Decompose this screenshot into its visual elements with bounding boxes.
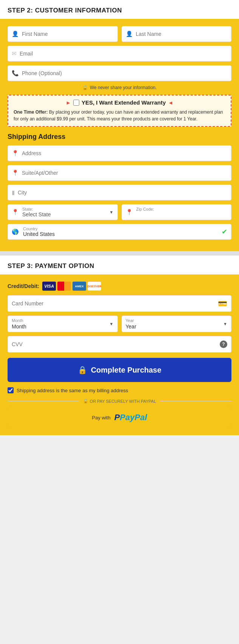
zip-location-icon: 📍 — [126, 209, 133, 216]
state-location-icon: 📍 — [12, 209, 19, 216]
phone-wrap: 📞 — [8, 65, 231, 81]
city-input[interactable] — [18, 185, 227, 200]
suite-input[interactable] — [22, 165, 227, 180]
globe-icon: 🌎 — [12, 228, 19, 235]
month-label: Month — [12, 318, 114, 323]
person-icon: 👤 — [12, 31, 19, 37]
paypal-button[interactable]: Pay with P PayPal — [8, 407, 231, 428]
cvv-wrap: ? — [8, 336, 231, 353]
cvv-help-button[interactable]: ? — [220, 340, 227, 348]
first-name-input[interactable] — [22, 26, 114, 42]
divider-line-left — [8, 401, 79, 401]
month-wrap: Month Month 01 - January 02 - February 0… — [8, 316, 118, 332]
warranty-description: One Time Offer: By placing your order to… — [14, 109, 225, 122]
billing-address-label: Shipping address is the same as my billi… — [17, 388, 128, 393]
paypal-divider-text: 🔒 OR PAY SECURELY WITH PAYPAL — [83, 399, 156, 404]
mastercard-icon — [57, 282, 71, 291]
month-select[interactable]: Month 01 - January 02 - February 03 - Ma… — [12, 324, 114, 330]
card-chip-icon: 💳 — [218, 299, 227, 308]
name-row: 👤 👤 — [8, 26, 231, 42]
complete-purchase-label: Complete Purchase — [91, 366, 162, 374]
country-wrap: 🌎 Country United States ✔ — [8, 224, 231, 240]
check-icon: ✔ — [222, 228, 227, 236]
warranty-checkbox[interactable] — [73, 100, 79, 106]
state-wrap: 📍 State: Select State Alabama Alaska Ari… — [8, 204, 118, 220]
credit-debit-row: Credit/Debit: VISA AMEX DISCOVER — [8, 282, 231, 291]
first-name-wrap: 👤 — [8, 26, 118, 42]
year-label: Year — [126, 318, 228, 323]
paypal-divider: 🔒 OR PAY SECURELY WITH PAYPAL — [8, 399, 231, 404]
last-name-wrap: 👤 — [122, 26, 232, 42]
zip-input[interactable] — [136, 211, 228, 217]
state-zip-row: 📍 State: Select State Alabama Alaska Ari… — [8, 204, 231, 220]
last-name-input[interactable] — [136, 26, 228, 42]
zip-label: Zip Code: — [136, 207, 228, 211]
discover-icon: DISCOVER — [88, 282, 101, 291]
billing-address-checkbox[interactable] — [8, 387, 14, 393]
address-wrap: 📍 — [8, 145, 231, 161]
cvv-input[interactable] — [12, 336, 220, 352]
zip-wrap: 📍 Zip Code: — [122, 204, 232, 220]
step3-header: STEP 3: PAYMENT OPTION — [0, 256, 239, 276]
privacy-notice: 🔒 We never share your information. — [8, 85, 231, 90]
location-icon: 📍 — [12, 150, 19, 157]
paypal-logo: P PayPal — [114, 413, 147, 422]
city-wrap: ▮ — [8, 185, 231, 200]
credit-label: Credit/Debit: — [8, 283, 39, 289]
arrow-right-icon: ► — [66, 100, 71, 106]
suite-row: 📍 — [8, 165, 231, 181]
location-icon-2: 📍 — [12, 169, 19, 176]
payment-section: Credit/Debit: VISA AMEX DISCOVER 💳 Month… — [0, 276, 239, 435]
email-wrap: ✉ — [8, 46, 231, 62]
state-select[interactable]: Select State Alabama Alaska Arizona Cali… — [22, 211, 114, 217]
email-row: ✉ — [8, 46, 231, 62]
warranty-checkbox-row: ► YES, I Want Extended Warranty ◄ — [14, 99, 225, 106]
warranty-box: ► YES, I Want Extended Warranty ◄ One Ti… — [8, 95, 231, 127]
customer-info-section: 👤 👤 ✉ 📞 🔒 We never share your informatio… — [0, 20, 239, 251]
paypal-logo-name: PayPal — [120, 413, 147, 422]
warranty-label: YES, I Want Extended Warranty — [82, 99, 166, 106]
year-wrap: Year Year 2024 2025 2026 2027 2028 2029 … — [122, 316, 232, 332]
shipping-title: Shipping Address — [8, 133, 231, 141]
arrow-left-icon: ◄ — [168, 100, 173, 106]
suite-wrap: 📍 — [8, 165, 231, 181]
complete-purchase-button[interactable]: 🔒 Complete Purchase — [8, 358, 231, 382]
amex-icon: AMEX — [72, 282, 86, 291]
divider-line-right — [160, 401, 231, 401]
card-number-input[interactable] — [12, 296, 218, 311]
email-input[interactable] — [20, 46, 227, 61]
address-row: 📍 — [8, 145, 231, 161]
paypal-lock-icon: 🔒 — [83, 399, 88, 404]
section-divider — [0, 251, 239, 256]
phone-input[interactable] — [22, 66, 227, 81]
country-label: Country — [23, 226, 216, 231]
city-row: ▮ — [8, 185, 231, 200]
visa-icon: VISA — [42, 282, 56, 291]
address-input[interactable] — [22, 146, 227, 161]
card-icons: VISA AMEX DISCOVER — [42, 282, 101, 291]
complete-lock-icon: 🔒 — [78, 365, 87, 374]
email-icon: ✉ — [12, 50, 17, 57]
lock-icon: 🔒 — [82, 85, 88, 90]
step2-header: STEP 2: CUSTOMER INFORMATION — [0, 0, 239, 20]
month-year-row: Month Month 01 - January 02 - February 0… — [8, 316, 231, 332]
city-icon: ▮ — [12, 189, 15, 196]
offer-label: One Time Offer: — [14, 109, 48, 115]
person-icon-2: 👤 — [126, 31, 133, 37]
paypal-logo-p: P — [114, 413, 120, 422]
billing-checkbox-row: Shipping address is the same as my billi… — [8, 387, 231, 393]
phone-row: 📞 — [8, 65, 231, 81]
state-label: State: — [22, 207, 114, 211]
country-value: United States — [23, 231, 216, 237]
card-number-wrap: 💳 — [8, 295, 231, 312]
phone-icon: 📞 — [12, 70, 19, 77]
paypal-paywith-text: Pay with — [92, 415, 111, 421]
year-select[interactable]: Year 2024 2025 2026 2027 2028 2029 2030 — [126, 324, 228, 330]
